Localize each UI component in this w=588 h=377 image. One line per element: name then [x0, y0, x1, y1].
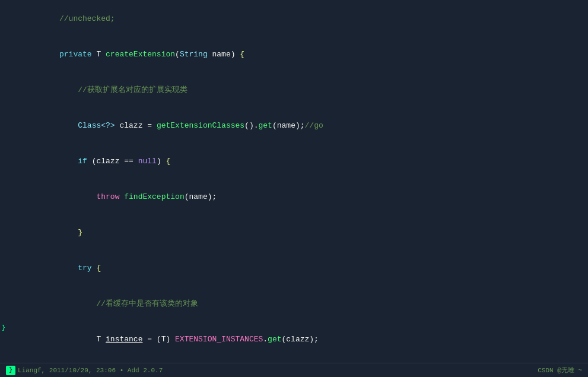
gutter-line-3 [1, 25, 6, 37]
code-line-6: throw findException(name); [13, 179, 582, 215]
gutter-line-12 [1, 132, 6, 144]
gutter-line-16 [1, 179, 6, 191]
gutter-line-23 [1, 262, 6, 274]
code-line-3: //获取扩展名对应的扩展实现类 [13, 72, 582, 108]
gutter-line-13 [1, 144, 6, 156]
gutter-line-7 [1, 72, 6, 84]
code-line-8: try { [13, 251, 582, 286]
code-line-1: //unchecked; [13, 1, 582, 37]
gutter: } [0, 0, 7, 377]
gutter-line-15 [1, 167, 6, 179]
code-line-5: if (clazz == null) { [13, 144, 582, 179]
gutter-line-19 [1, 215, 6, 227]
gutter-line-17 [1, 191, 6, 203]
gutter-line-28: } [1, 322, 6, 334]
gutter-line-9 [1, 96, 6, 108]
gutter-line-10 [1, 108, 6, 120]
gutter-line-22 [1, 251, 6, 262]
gutter-line-21 [1, 239, 6, 251]
gutter-line-20 [1, 227, 6, 239]
footer-git-info: Liangf, 2011/10/20, 23:06 • Add 2.0.7 [18, 367, 163, 374]
code-line-2: private T createExtension(String name) { [13, 37, 582, 72]
gutter-line-1 [1, 1, 6, 13]
code-content[interactable]: //unchecked; private T createExtension(S… [7, 0, 588, 377]
footer: } Liangf, 2011/10/20, 23:06 • Add 2.0.7 … [0, 363, 588, 377]
gutter-line-4 [1, 37, 6, 49]
footer-left: } Liangf, 2011/10/20, 23:06 • Add 2.0.7 [6, 366, 163, 375]
code-line-7: } [13, 215, 582, 251]
footer-icon-label: } [9, 367, 12, 373]
code-line-4: Class<?> clazz = getExtensionClasses().g… [13, 108, 582, 144]
gutter-line-5 [1, 49, 6, 61]
gutter-line-8 [1, 84, 6, 96]
gutter-line-27 [1, 310, 6, 322]
footer-icon: } [6, 366, 15, 375]
gutter-line-26 [1, 298, 6, 310]
gutter-line-25 [1, 286, 6, 298]
gutter-line-18 [1, 203, 6, 215]
gutter-line-14 [1, 156, 6, 167]
code-area: } //unchecked; private T createExtension… [0, 0, 588, 377]
editor-container: } //unchecked; private T createExtension… [0, 0, 588, 377]
gutter-line-24 [1, 274, 6, 286]
footer-branding: CSDN @无唯 ~ [538, 366, 582, 375]
gutter-line-11 [1, 120, 6, 132]
gutter-line-6 [1, 61, 6, 72]
code-line-9: //看缓存中是否有该类的对象 [13, 286, 582, 322]
code-line-10: T instance = (T) EXTENSION_INSTANCES.get… [13, 322, 582, 357]
gutter-line-2 [1, 13, 6, 25]
